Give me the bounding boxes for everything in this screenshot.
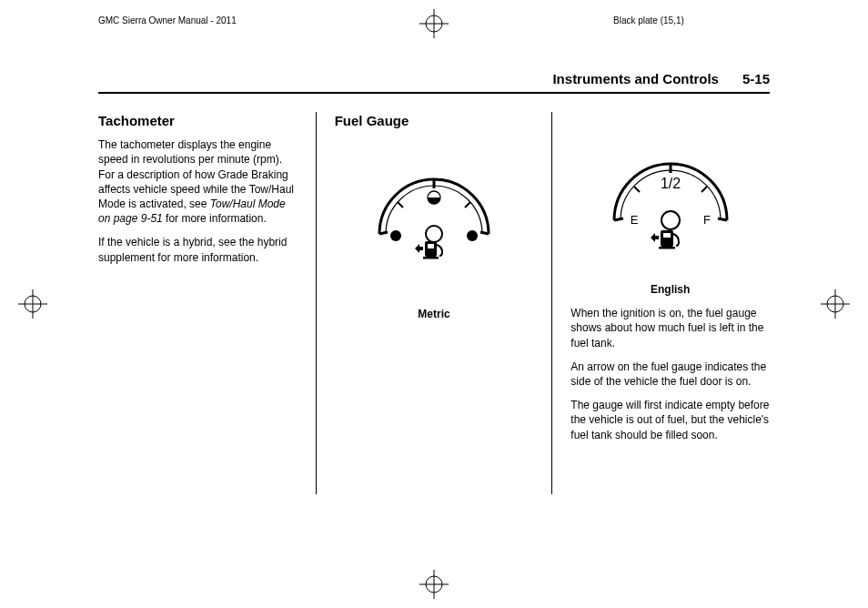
tachometer-paragraph-1: The tachometer displays the engine speed… [98,137,298,226]
column-1: Tachometer The tachometer displays the e… [98,112,298,494]
running-header: Instruments and Controls 5-15 [98,71,770,94]
fuel-gauge-metric-figure [335,152,534,270]
svg-line-25 [614,218,623,220]
gauge-full-label: F [703,213,711,227]
svg-rect-24 [423,257,439,259]
svg-line-12 [379,232,388,234]
svg-point-18 [467,230,478,241]
svg-rect-23 [428,244,434,248]
registration-mark-bottom [419,570,449,599]
fuel-gauge-metric-icon [366,152,502,270]
fuel-gauge-heading: Fuel Gauge [335,112,534,130]
text-segment: for more information. [163,212,267,225]
gauge-empty-label: E [630,213,638,227]
svg-point-30 [661,211,680,229]
column-2: Fuel Gauge [335,112,534,494]
svg-rect-33 [663,233,671,238]
page-content: Instruments and Controls 5-15 Tachometer… [98,71,770,562]
manual-title: GMC Sierra Owner Manual - 2011 [98,15,237,25]
fuel-gauge-paragraph-1: When the ignition is on, the fuel gauge … [570,306,770,350]
svg-marker-21 [415,244,423,253]
svg-rect-22 [425,241,437,257]
metric-caption: Metric [335,307,534,321]
fuel-gauge-paragraph-3: The gauge will first indicate empty befo… [570,398,770,442]
svg-point-20 [426,226,442,242]
page-number: 5-15 [742,71,770,86]
svg-line-15 [398,202,403,208]
fuel-gauge-english-figure: 1/2 E F [570,134,770,266]
section-title: Instruments and Controls [552,71,719,86]
tachometer-heading: Tachometer [98,112,298,130]
svg-line-28 [634,187,640,192]
gauge-half-label: 1/2 [661,176,681,191]
svg-line-26 [718,218,727,220]
english-caption: English [570,282,770,297]
column-divider [316,112,317,494]
column-3: 1/2 E F English When the ignitio [570,112,770,494]
svg-marker-31 [651,233,659,242]
registration-mark-right [821,289,850,319]
column-divider [551,112,552,494]
plate-label: Black plate (15,1) [613,15,684,25]
svg-line-29 [701,187,707,192]
registration-mark-left [18,289,47,319]
svg-rect-34 [659,247,675,249]
fuel-gauge-paragraph-2: An arrow on the fuel gauge indicates the… [570,360,770,389]
fuel-pump-icon [651,230,679,249]
svg-line-13 [480,232,489,234]
content-columns: Tachometer The tachometer displays the e… [98,112,770,494]
svg-line-16 [465,202,470,208]
tachometer-paragraph-2: If the vehicle is a hybrid, see the hybr… [98,235,298,264]
svg-point-17 [390,230,401,241]
svg-rect-32 [661,230,673,247]
registration-mark-top [419,9,449,38]
fuel-pump-icon [415,241,442,259]
fuel-gauge-english-icon: 1/2 E F [598,134,743,266]
